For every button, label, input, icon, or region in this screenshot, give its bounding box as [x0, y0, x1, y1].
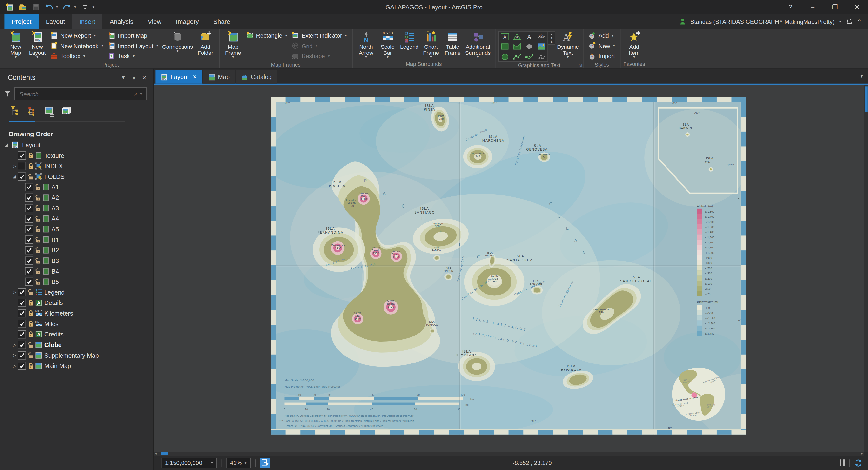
layer-label[interactable]: Kilometers	[44, 310, 73, 316]
vertical-scrollbar[interactable]	[864, 85, 868, 452]
unlocked-lock-icon[interactable]	[34, 215, 41, 222]
ribbon-button-north-arrow[interactable]: NNorthArrow▼	[355, 29, 377, 59]
unlocked-lock-icon[interactable]	[34, 278, 41, 285]
unlocked-lock-icon[interactable]	[27, 288, 34, 296]
layer-row-globe[interactable]: ▷Globe	[0, 339, 153, 350]
layer-row-a5[interactable]: A5	[0, 224, 153, 234]
layer-label[interactable]: B3	[52, 257, 59, 264]
layer-row-layout[interactable]: ◢Layout	[0, 139, 153, 150]
ribbon-button-additional-surrounds[interactable]: AdditionalSurrounds▼	[464, 29, 492, 59]
visibility-checkbox[interactable]	[25, 193, 33, 201]
layer-row-main-map[interactable]: ▷Main Map	[0, 361, 153, 371]
view-tab-layout[interactable]: Layout✕	[155, 70, 202, 84]
layer-label[interactable]: Details	[44, 299, 63, 306]
ribbon-button-add-item[interactable]: AddItem▼	[623, 29, 645, 59]
locked-lock-icon[interactable]	[27, 299, 34, 306]
visibility-checkbox[interactable]	[18, 362, 26, 370]
collapse-ribbon-icon[interactable]: ⌃	[857, 19, 861, 24]
expander-icon[interactable]: ◢	[4, 142, 8, 147]
gallery-item-freehand-icon[interactable]	[535, 52, 548, 61]
page-layout-tool-button[interactable]	[260, 458, 270, 468]
locked-lock-icon[interactable]	[27, 162, 34, 169]
visibility-checkbox[interactable]	[25, 235, 33, 244]
unlocked-lock-icon[interactable]	[34, 204, 41, 211]
pane-close-icon[interactable]: ✕	[142, 74, 147, 81]
layer-label[interactable]: Credits	[44, 331, 64, 338]
visibility-checkbox[interactable]	[25, 277, 33, 286]
layer-label[interactable]: B2	[52, 247, 59, 253]
locked-lock-icon[interactable]	[27, 152, 34, 159]
unlocked-lock-icon[interactable]	[34, 257, 41, 264]
ribbon-tab-project[interactable]: Project	[4, 14, 38, 29]
ribbon-tab-share[interactable]: Share	[206, 14, 238, 29]
layer-label[interactable]: INDEX	[44, 162, 63, 169]
layer-label[interactable]: A3	[52, 205, 59, 211]
restore-button[interactable]: ❐	[824, 0, 846, 14]
layer-label[interactable]: Miles	[44, 320, 59, 327]
page-zoom-combo[interactable]: 41% ▼	[226, 458, 251, 468]
view-mode-map-frames-icon[interactable]	[43, 105, 56, 118]
unlocked-lock-icon[interactable]	[34, 246, 41, 254]
close-tab-icon[interactable]: ✕	[193, 74, 197, 80]
gallery-item-ellipse-icon[interactable]	[523, 41, 536, 51]
visibility-checkbox[interactable]	[18, 340, 26, 348]
visibility-checkbox[interactable]	[25, 214, 33, 222]
unlocked-lock-icon[interactable]	[34, 236, 41, 243]
visibility-checkbox[interactable]	[18, 330, 26, 338]
visibility-checkbox[interactable]	[18, 351, 26, 359]
minimize-button[interactable]: –	[802, 0, 824, 14]
gallery-item-picture-icon[interactable]	[535, 41, 548, 51]
gallery-item-rectangle-icon[interactable]	[499, 41, 511, 51]
visibility-checkbox[interactable]	[25, 203, 33, 212]
unlocked-lock-icon[interactable]	[34, 267, 41, 275]
visibility-checkbox[interactable]	[25, 183, 33, 191]
pane-menu-caret-icon[interactable]: ▼	[121, 75, 126, 80]
ribbon-button-import-map[interactable]: Import Map	[105, 30, 160, 40]
visibility-checkbox[interactable]	[25, 256, 33, 264]
pause-drawing-icon[interactable]	[840, 460, 845, 466]
account-area[interactable]: Staridas (STARIDAS GEOGRAPHY MakingMapsP…	[679, 14, 868, 29]
layer-row-b2[interactable]: B2	[0, 245, 153, 255]
ribbon-tab-insert[interactable]: Insert	[72, 14, 102, 29]
layer-label[interactable]: A4	[52, 215, 59, 222]
ribbon-button-import-layout[interactable]: Import Layout▼	[105, 41, 160, 51]
ribbon-button-map-frame[interactable]: MapFrame▼	[222, 29, 244, 59]
layer-label[interactable]: Layout	[22, 142, 40, 148]
refresh-view-icon[interactable]	[854, 459, 863, 467]
layer-row-b5[interactable]: B5	[0, 276, 153, 287]
gallery-item-curve-icon[interactable]	[523, 52, 536, 61]
open-project-icon[interactable]	[18, 2, 27, 11]
layer-label[interactable]: Globe	[44, 341, 62, 348]
layer-label[interactable]: B1	[52, 236, 59, 243]
locked-lock-icon[interactable]	[27, 331, 34, 338]
view-mode-layouts-icon[interactable]	[60, 105, 73, 118]
undo-caret-icon[interactable]: ▼	[56, 5, 59, 9]
expander-icon[interactable]: ▷	[13, 342, 16, 347]
view-tab-catalog[interactable]: Catalog	[236, 70, 277, 84]
dialog-launcher-icon[interactable]: ⇲	[578, 63, 582, 68]
ribbon-button-new-report[interactable]: New Report▼	[48, 30, 105, 40]
ribbon-button-rectangle[interactable]: Rectangle▼	[244, 30, 289, 40]
layout-canvas[interactable]: ISLADARWINISLAWOLF-92°1°20'PACIFICOCEANI…	[154, 85, 864, 452]
ribbon-button-chart-frame[interactable]: ChartFrame▼	[420, 29, 442, 59]
filter-funnel-icon[interactable]	[3, 90, 11, 98]
ribbon-tab-analysis[interactable]: Analysis	[102, 14, 141, 29]
layer-row-index[interactable]: ▷INDEX	[0, 160, 153, 171]
ribbon-button-table-frame[interactable]: TableFrame	[442, 29, 464, 56]
visibility-checkbox[interactable]	[18, 288, 26, 296]
unlocked-lock-icon[interactable]	[34, 225, 41, 232]
search-icon[interactable]: ⌕	[134, 90, 137, 97]
save-icon[interactable]	[31, 2, 40, 11]
ribbon-tab-imagery[interactable]: Imagery	[169, 14, 206, 29]
layer-row-miles[interactable]: 0 5 10Miles	[0, 318, 153, 329]
expander-icon[interactable]: ◢	[13, 174, 16, 179]
gallery-item-lasso-polygon-icon[interactable]	[499, 52, 511, 61]
search-input[interactable]	[18, 90, 134, 98]
help-button[interactable]: ?	[779, 0, 802, 14]
layer-label[interactable]: Supplementary Map	[44, 352, 99, 358]
ribbon-button-new-notebook[interactable]: New Notebook▼	[48, 41, 105, 51]
ribbon-button-dynamic-text[interactable]: ADynamicText▼	[555, 29, 580, 59]
scroll-left-icon[interactable]: ◂	[155, 452, 157, 456]
expander-icon[interactable]: ▷	[13, 353, 16, 358]
new-project-icon[interactable]	[4, 2, 14, 11]
